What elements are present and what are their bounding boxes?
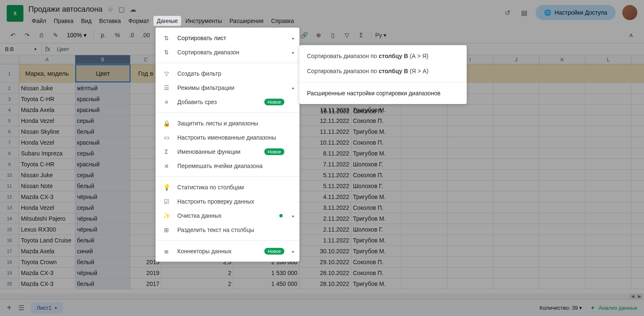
cell[interactable] xyxy=(447,104,493,115)
menu-sort-range[interactable]: ⇅ Сортировать диапазон ▸ xyxy=(156,45,299,59)
cell[interactable] xyxy=(493,268,539,278)
cell[interactable] xyxy=(447,137,493,148)
cell[interactable] xyxy=(539,257,585,267)
menu-format[interactable]: Формат xyxy=(125,16,153,26)
cell[interactable] xyxy=(447,181,493,191)
cell[interactable] xyxy=(539,159,585,169)
cell[interactable]: Соколов П. xyxy=(351,137,401,148)
comments-icon[interactable]: ▤ xyxy=(519,8,529,18)
menu-file[interactable]: Файл xyxy=(28,16,49,26)
col-header-K[interactable]: K xyxy=(539,55,585,64)
cell[interactable] xyxy=(401,268,447,278)
row-header[interactable]: 6 xyxy=(0,126,19,137)
header-cell[interactable] xyxy=(493,64,539,82)
header-cell[interactable]: Марка, модель xyxy=(19,64,75,82)
cell[interactable] xyxy=(401,115,447,126)
cell[interactable] xyxy=(447,246,493,256)
row-header[interactable]: 9 xyxy=(0,159,19,169)
cell[interactable]: Соколов П. xyxy=(351,108,401,115)
col-header-J[interactable]: J xyxy=(493,55,539,64)
select-all-corner[interactable] xyxy=(0,55,19,64)
row-header[interactable]: 7 xyxy=(0,137,19,148)
language-btn[interactable]: Ру ▾ xyxy=(375,29,387,41)
cell[interactable]: 2019 xyxy=(130,268,161,278)
menu-data-cleanup[interactable]: ✨ Очистка данных ▸ xyxy=(156,209,299,223)
zoom-select[interactable]: 100% ▾ xyxy=(64,32,90,38)
cell[interactable]: Nissan Juke xyxy=(19,170,75,180)
menu-protect[interactable]: 🔒 Защитить листы и диапазоны xyxy=(156,116,299,130)
cell[interactable] xyxy=(447,224,493,234)
cell[interactable] xyxy=(585,94,631,104)
cell[interactable]: чёрный xyxy=(75,213,130,224)
cell[interactable]: Honda Vezel xyxy=(19,115,75,126)
cell[interactable] xyxy=(539,268,585,278)
row-header[interactable]: 16 xyxy=(0,235,19,245)
row-header[interactable]: 8 xyxy=(0,148,19,158)
menu-data-validation[interactable]: ☑ Настроить проверку данных xyxy=(156,194,299,209)
cell[interactable] xyxy=(539,115,585,126)
cell[interactable]: красный xyxy=(75,159,130,169)
cell[interactable] xyxy=(585,83,631,93)
cell[interactable]: 29.10.2022 xyxy=(299,257,351,267)
scroll-right-icon[interactable]: ▶ xyxy=(636,294,642,299)
menu-add-slicer[interactable]: ≡ Добавить срез Новое xyxy=(156,95,299,109)
cell[interactable] xyxy=(493,83,539,93)
cell[interactable]: Тригубов М. xyxy=(351,191,401,202)
cell[interactable] xyxy=(493,224,539,234)
percent-btn[interactable]: % xyxy=(111,29,124,41)
submenu-sort-az[interactable]: Сортировать диапазон по столбцу B (А > Я… xyxy=(299,48,467,64)
header-cell[interactable]: Цвет xyxy=(75,64,130,82)
cell[interactable]: жёлтый xyxy=(75,83,130,93)
scroll-left-icon[interactable]: ◀ xyxy=(630,294,636,299)
cell[interactable] xyxy=(493,181,539,191)
cell[interactable]: Тригубов М. xyxy=(351,278,401,289)
submenu-advanced-sort[interactable]: Расширенные настройки сортировки диапазо… xyxy=(299,86,467,101)
cell[interactable] xyxy=(539,246,585,256)
cell[interactable]: 28.10.2022 xyxy=(299,268,351,278)
cell[interactable]: Toyota C-HR xyxy=(19,159,75,169)
cell[interactable] xyxy=(447,268,493,278)
row-header[interactable]: 13 xyxy=(0,202,19,213)
share-button[interactable]: 🌐 Настройки Доступа xyxy=(536,5,616,20)
cell[interactable] xyxy=(585,126,631,137)
filter-icon[interactable]: ▽ xyxy=(341,29,353,41)
cell[interactable] xyxy=(401,126,447,137)
cell[interactable] xyxy=(585,104,631,115)
row-header[interactable]: 17 xyxy=(0,246,19,256)
cell[interactable]: 10.11.2022 xyxy=(299,137,351,148)
sheets-logo-icon[interactable] xyxy=(7,5,23,22)
cell[interactable]: 4.11.2022 xyxy=(299,191,351,202)
avatar[interactable] xyxy=(622,5,637,20)
cell[interactable] xyxy=(585,235,631,245)
row-header[interactable]: 4 xyxy=(0,104,19,115)
menu-filter-views[interactable]: ☰ Режимы фильтрации ▸ xyxy=(156,81,299,95)
cloud-icon[interactable]: ☁ xyxy=(130,5,136,13)
cell[interactable]: Соколов П. xyxy=(351,202,401,213)
cell[interactable]: серый xyxy=(75,148,130,158)
cell[interactable] xyxy=(493,126,539,137)
cell[interactable] xyxy=(447,202,493,213)
cell[interactable] xyxy=(493,191,539,202)
cell[interactable]: Toyota Crown xyxy=(19,257,75,267)
cell[interactable]: красный xyxy=(75,94,130,104)
cell[interactable]: чёрный xyxy=(75,268,130,278)
cell[interactable]: Тригубов М. xyxy=(351,235,401,245)
cell[interactable] xyxy=(447,159,493,169)
header-cell[interactable] xyxy=(585,64,631,82)
cell[interactable] xyxy=(401,181,447,191)
col-header-L[interactable]: L xyxy=(585,55,631,64)
cell[interactable]: Nissan Skyline xyxy=(19,126,75,137)
cell[interactable]: чёрный xyxy=(75,224,130,234)
cell[interactable] xyxy=(447,148,493,158)
cell[interactable]: 2 xyxy=(161,268,233,278)
cell[interactable] xyxy=(447,191,493,202)
cell[interactable] xyxy=(447,126,493,137)
row-header[interactable]: 10 xyxy=(0,170,19,180)
cell[interactable] xyxy=(493,115,539,126)
cell[interactable]: Соколов П. xyxy=(351,268,401,278)
cell[interactable]: Mazda CX-3 xyxy=(19,268,75,278)
move-icon[interactable]: ▢ xyxy=(118,5,125,13)
cell[interactable]: Соколов П. xyxy=(351,115,401,126)
cell[interactable]: синий xyxy=(75,246,130,256)
cell[interactable] xyxy=(585,202,631,213)
